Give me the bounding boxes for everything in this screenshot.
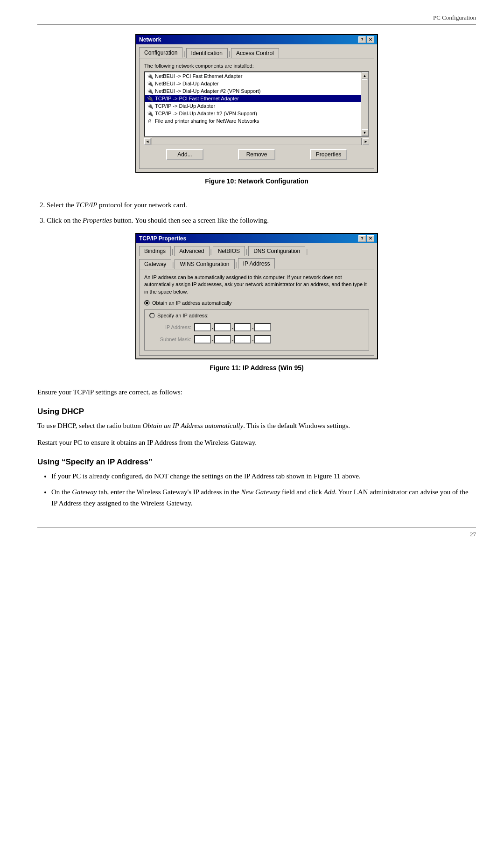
- ip-dot-3: .: [252, 324, 253, 330]
- tab-wins-configuration[interactable]: WINS Configuration: [175, 259, 234, 269]
- instruction-step-2: Select the TCP/IP protocol for your netw…: [47, 200, 476, 210]
- figure-11-caption: Figure 11: IP Address (Win 95): [210, 364, 303, 372]
- list-item[interactable]: 🔌 NetBEUI -> Dial-Up Adapter: [145, 80, 368, 87]
- subnet-dot-2: .: [232, 337, 233, 342]
- list-item[interactable]: 🖨 File and printer sharing for NetWare N…: [145, 117, 368, 125]
- bullet2-end: field and click: [280, 488, 323, 496]
- ip-dot-2: .: [232, 324, 233, 330]
- tcpip-help-button[interactable]: ?: [358, 235, 366, 242]
- subnet-octet-1[interactable]: [194, 335, 211, 344]
- tcp-icon: 🔌: [147, 110, 154, 117]
- tab-netbios[interactable]: NetBIOS: [213, 246, 245, 256]
- subnet-octet-4[interactable]: [254, 335, 271, 344]
- radio-auto-label: Obtain an IP address automatically: [152, 300, 231, 306]
- subnet-dot-1: .: [212, 337, 213, 342]
- net-icon: 🔌: [147, 80, 154, 87]
- figure-10-caption: Figure 10: Network Configuration: [205, 177, 308, 185]
- bullet2-italic2: New Gateway: [241, 488, 280, 496]
- step3-italic: Properties: [83, 217, 112, 224]
- network-list-container[interactable]: 🔌 NetBEUI -> PCI Fast Ethernet Adapter 🔌…: [144, 71, 369, 137]
- list-item[interactable]: 🔌 TCP/IP -> Dial-Up Adapter #2 (VPN Supp…: [145, 110, 368, 117]
- radio-specify-option[interactable]: Specify an IP address:: [149, 313, 364, 318]
- tab-advanced[interactable]: Advanced: [174, 246, 209, 256]
- ip-octet-2[interactable]: [214, 323, 231, 331]
- tcpip-title: TCP/IP Properties: [139, 235, 186, 242]
- radio-auto-option[interactable]: Obtain an IP address automatically: [144, 300, 369, 306]
- step2-italic: TCP/IP: [76, 201, 97, 209]
- bullet2-start: On the: [51, 488, 72, 496]
- subnet-mask-label: Subnet Mask:: [149, 337, 191, 342]
- list-item[interactable]: 🔌 TCP/IP -> Dial-Up Adapter: [145, 102, 368, 110]
- vertical-scrollbar[interactable]: ▲ ▼: [361, 72, 368, 136]
- tab-sep2: |: [229, 50, 230, 58]
- tab-ip-address[interactable]: IP Address: [238, 258, 275, 269]
- properties-button[interactable]: Properties: [310, 149, 347, 160]
- network-body-text: The following network components are ins…: [144, 63, 369, 69]
- subnet-octet-3[interactable]: [234, 335, 251, 344]
- step2-text-rest: protocol for your network card.: [97, 201, 187, 209]
- ip-octet-4[interactable]: [254, 323, 271, 331]
- page-header: PC Configuration: [37, 14, 476, 25]
- tab-sep: |: [172, 248, 173, 256]
- bullet-item-1: If your PC is already configured, do NOT…: [51, 470, 476, 482]
- tab-gateway[interactable]: Gateway: [139, 259, 171, 269]
- radio-specify-label: Specify an IP address:: [157, 313, 209, 318]
- scroll-left-arrow[interactable]: ◄: [144, 138, 151, 145]
- step3-text-rest: button. You should then see a screen lik…: [112, 217, 269, 224]
- scroll-right-arrow[interactable]: ►: [363, 138, 369, 145]
- page-footer: 27: [37, 527, 476, 538]
- radio-specify-button[interactable]: [149, 313, 155, 318]
- tcpip-close-button[interactable]: ✕: [367, 235, 374, 242]
- list-item[interactable]: 🔌 NetBEUI -> Dial-Up Adapter #2 (VPN Sup…: [145, 87, 368, 95]
- tab-sep1: |: [183, 50, 185, 58]
- tcpip-titlebar: TCP/IP Properties ? ✕: [136, 234, 377, 243]
- instruction-list: Select the TCP/IP protocol for your netw…: [47, 200, 476, 225]
- using-dhcp-p1: To use DHCP, select the radio button Obt…: [37, 420, 476, 431]
- ensure-text: Ensure your TCP/IP settings are correct,…: [37, 386, 476, 398]
- page-number: 27: [470, 531, 476, 538]
- network-titlebar: Network ? ✕: [136, 35, 377, 44]
- net-icon: 🔌: [147, 88, 154, 94]
- add-button[interactable]: Add...: [166, 149, 203, 160]
- network-tabs: Configuration | Identification | Access …: [136, 44, 377, 58]
- help-button[interactable]: ?: [358, 36, 366, 43]
- tab-sep: |: [306, 248, 308, 256]
- scroll-up-arrow[interactable]: ▲: [362, 72, 368, 79]
- ip-description: An IP address can be automatically assig…: [144, 274, 369, 295]
- subnet-dot-3: .: [252, 337, 253, 342]
- specify-bullet-list: If your PC is already configured, do NOT…: [51, 470, 476, 509]
- network-button-row: Add... Remove Properties: [144, 145, 369, 164]
- tcpip-dialog: TCP/IP Properties ? ✕ Bindings | Advance…: [135, 233, 378, 359]
- subnet-mask-input[interactable]: . . .: [194, 335, 271, 344]
- ip-address-input[interactable]: . . .: [194, 323, 271, 331]
- tcpip-titlebar-buttons: ? ✕: [358, 235, 374, 242]
- horizontal-scrollbar[interactable]: [152, 138, 362, 145]
- figure-11-container: TCP/IP Properties ? ✕ Bindings | Advance…: [37, 233, 476, 379]
- scroll-down-arrow[interactable]: ▼: [362, 129, 368, 136]
- tab-configuration[interactable]: Configuration: [139, 47, 182, 58]
- remove-button[interactable]: Remove: [238, 149, 275, 160]
- dhcp-p1-start: To use DHCP, select the radio button: [37, 422, 143, 429]
- tcpip-body: An IP address can be automatically assig…: [139, 269, 374, 356]
- scroll-thumb[interactable]: [362, 79, 368, 80]
- network-list: 🔌 NetBEUI -> PCI Fast Ethernet Adapter 🔌…: [145, 72, 368, 125]
- tab-identification[interactable]: Identification: [186, 48, 228, 58]
- bullet2-italic3: Add: [324, 488, 335, 496]
- tab-access-control[interactable]: Access Control: [231, 48, 279, 58]
- instruction-step-3: Click on the Properties button. You shou…: [47, 215, 476, 226]
- tab-sep: |: [246, 248, 247, 256]
- close-button[interactable]: ✕: [367, 36, 374, 43]
- ip-octet-3[interactable]: [234, 323, 251, 331]
- radio-auto-button[interactable]: [144, 300, 150, 306]
- using-dhcp-heading: Using DHCP: [37, 407, 476, 416]
- tab-dns-configuration[interactable]: DNS Configuration: [248, 246, 305, 256]
- tab-bindings[interactable]: Bindings: [139, 246, 171, 256]
- subnet-octet-2[interactable]: [214, 335, 231, 344]
- list-item-selected[interactable]: 🔌 TCP/IP -> PCI Fast Ethernet Adapter: [145, 95, 368, 102]
- ip-octet-1[interactable]: [194, 323, 211, 331]
- using-dhcp-p2: Restart your PC to ensure it obtains an …: [37, 437, 476, 448]
- dhcp-p1-italic: Obtain an IP Address automatically: [143, 422, 244, 429]
- titlebar-buttons: ? ✕: [358, 36, 374, 43]
- list-item[interactable]: 🔌 NetBEUI -> PCI Fast Ethernet Adapter: [145, 72, 368, 80]
- tab-sep: |: [172, 261, 174, 269]
